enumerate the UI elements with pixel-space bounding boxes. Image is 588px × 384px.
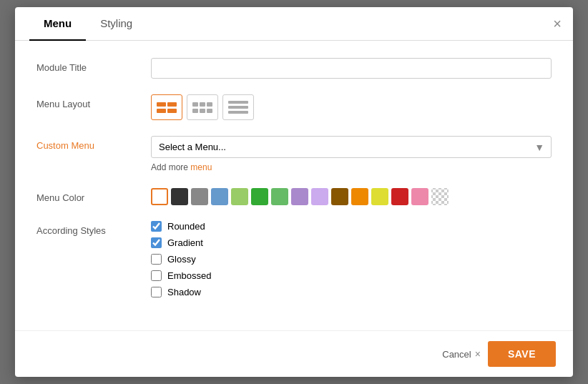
menu-color-row: Menu Color bbox=[36, 188, 552, 205]
color-swatches-group bbox=[151, 188, 552, 205]
color-swatch-red[interactable] bbox=[391, 188, 408, 205]
menu-layout-label: Menu Layout bbox=[36, 94, 151, 109]
checkbox-rounded-label: Rounded bbox=[167, 221, 205, 232]
modal-body: Module Title Menu Layout bbox=[15, 41, 573, 330]
checkbox-group: Rounded Gradient Glossy Embossed bbox=[151, 221, 552, 297]
checkbox-rounded-input[interactable] bbox=[151, 221, 162, 232]
color-swatch-brown[interactable] bbox=[331, 188, 348, 205]
color-swatch-black[interactable] bbox=[171, 188, 188, 205]
module-title-row: Module Title bbox=[36, 58, 552, 79]
custom-menu-select[interactable]: Select a Menu... bbox=[151, 136, 552, 158]
menu-layout-control bbox=[151, 94, 552, 120]
modal-overlay: Menu Styling × Module Title Menu Layout bbox=[0, 0, 588, 384]
layout-buttons-group bbox=[151, 94, 552, 120]
checkbox-shadow-input[interactable] bbox=[151, 287, 162, 297]
custom-menu-select-wrapper: Select a Menu... ▼ bbox=[151, 136, 552, 158]
layout-btn-grid3[interactable] bbox=[187, 94, 218, 120]
modal-dialog: Menu Styling × Module Title Menu Layout bbox=[15, 7, 573, 377]
checkbox-rounded[interactable]: Rounded bbox=[151, 221, 552, 232]
modal-header: Menu Styling × bbox=[15, 7, 573, 41]
cancel-label: Cancel bbox=[442, 349, 471, 360]
color-swatch-checkered[interactable] bbox=[431, 188, 449, 205]
color-swatch-pink[interactable] bbox=[411, 188, 428, 205]
add-more-menu-link[interactable]: menu bbox=[190, 162, 212, 172]
checkbox-embossed-label: Embossed bbox=[167, 270, 211, 281]
checkbox-gradient-label: Gradient bbox=[167, 237, 203, 248]
color-swatch-gray[interactable] bbox=[191, 188, 208, 205]
color-swatch-green[interactable] bbox=[251, 188, 268, 205]
tab-styling[interactable]: Styling bbox=[86, 7, 147, 41]
module-title-input[interactable] bbox=[151, 58, 552, 79]
color-swatch-orange[interactable] bbox=[351, 188, 368, 205]
save-button[interactable]: SAVE bbox=[488, 341, 556, 367]
grid3-icon bbox=[192, 102, 212, 113]
checkbox-gradient-input[interactable] bbox=[151, 237, 162, 248]
custom-menu-label: Custom Menu bbox=[36, 136, 151, 151]
color-swatch-light-green[interactable] bbox=[231, 188, 248, 205]
color-swatch-blue[interactable] bbox=[211, 188, 228, 205]
tab-menu[interactable]: Menu bbox=[29, 7, 86, 41]
cancel-x-icon: × bbox=[475, 348, 481, 360]
checkbox-shadow[interactable]: Shadow bbox=[151, 287, 552, 297]
custom-menu-row: Custom Menu Select a Menu... ▼ Add more … bbox=[36, 136, 552, 172]
menu-layout-row: Menu Layout bbox=[36, 94, 552, 120]
add-more-text: Add more menu bbox=[151, 162, 552, 172]
color-swatch-purple[interactable] bbox=[291, 188, 308, 205]
menu-color-control bbox=[151, 188, 552, 205]
checkbox-shadow-label: Shadow bbox=[167, 287, 201, 297]
module-title-label: Module Title bbox=[36, 58, 151, 73]
checkbox-glossy-label: Glossy bbox=[167, 254, 196, 265]
checkbox-embossed-input[interactable] bbox=[151, 270, 162, 281]
color-swatch-white[interactable] bbox=[151, 188, 168, 205]
modal-footer: Cancel × SAVE bbox=[15, 330, 573, 377]
module-title-control bbox=[151, 58, 552, 79]
close-button[interactable]: × bbox=[553, 16, 562, 31]
checkbox-glossy-input[interactable] bbox=[151, 254, 162, 265]
according-styles-control: Rounded Gradient Glossy Embossed bbox=[151, 221, 552, 297]
layout-btn-grid2[interactable] bbox=[151, 94, 182, 120]
custom-menu-control: Select a Menu... ▼ Add more menu bbox=[151, 136, 552, 172]
color-swatch-mid-green[interactable] bbox=[271, 188, 288, 205]
list-icon bbox=[228, 101, 248, 114]
according-styles-row: According Styles Rounded Gradient bbox=[36, 221, 552, 297]
according-styles-label: According Styles bbox=[36, 221, 151, 236]
cancel-button[interactable]: Cancel × bbox=[442, 348, 481, 360]
layout-btn-list[interactable] bbox=[222, 94, 254, 120]
checkbox-gradient[interactable]: Gradient bbox=[151, 237, 552, 248]
grid2-icon bbox=[157, 102, 177, 113]
color-swatch-yellow[interactable] bbox=[371, 188, 388, 205]
color-swatch-light-purple[interactable] bbox=[311, 188, 328, 205]
menu-color-label: Menu Color bbox=[36, 188, 151, 203]
checkbox-glossy[interactable]: Glossy bbox=[151, 254, 552, 265]
checkbox-embossed[interactable]: Embossed bbox=[151, 270, 552, 281]
